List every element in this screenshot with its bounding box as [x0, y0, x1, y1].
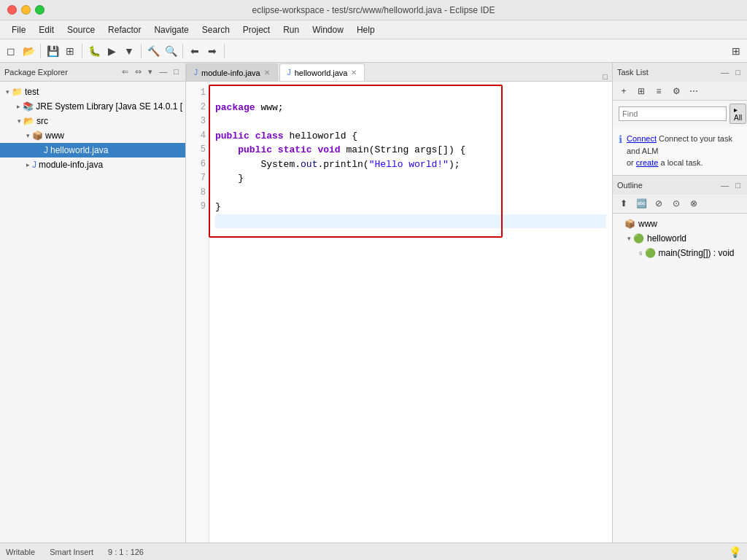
package-explorer-panel: Package Explorer ⇐ ⇔ ▾ — □ ▾ 📁 test ▸ 📚 [0, 63, 186, 542]
menu-source[interactable]: Source [61, 23, 101, 36]
outline-title: Outline [617, 181, 643, 190]
task-list-maximize[interactable]: □ [733, 67, 743, 77]
task-extra-icon[interactable]: ⋯ [686, 83, 702, 99]
outline-controls: — □ [719, 180, 743, 190]
package-explorer-header: Package Explorer ⇐ ⇔ ▾ — □ [0, 63, 185, 82]
outline-item-www[interactable]: 📦 www [613, 217, 747, 231]
outline-arrow-helloworld: ▾ [624, 235, 633, 242]
build-button[interactable]: 🔨 [145, 43, 161, 59]
ln-2: 2 [186, 101, 206, 115]
ln-9: 9 [186, 200, 206, 214]
debug-button[interactable]: 🐛 [86, 43, 102, 59]
expand-arrow-jre: ▸ [15, 103, 23, 110]
all-filter-label: All [734, 114, 742, 122]
collapse-all-icon[interactable]: ⇐ [120, 66, 131, 77]
panel-controls: ⇐ ⇔ ▾ — □ [120, 66, 181, 77]
save-all-button[interactable]: ⊞ [62, 43, 78, 59]
task-filter-icon[interactable]: ⊞ [633, 83, 649, 99]
run-config-button[interactable]: ▼ [121, 43, 137, 59]
toolbar-separator-5 [224, 44, 225, 58]
outline-item-main[interactable]: s 🟢 main(String[]) : void [613, 246, 747, 260]
forward-button[interactable]: ➡ [204, 43, 220, 59]
search-button[interactable]: 🔍 [163, 43, 179, 59]
link-editor-icon[interactable]: ⇔ [133, 66, 144, 77]
editor-maximize-icon[interactable]: □ [598, 72, 612, 81]
code-editor-container[interactable]: 1 2 3 4 5 6 7 8 9 package www; public cl… [186, 82, 612, 542]
menu-project[interactable]: Project [237, 23, 276, 36]
tree-item-www[interactable]: ▾ 📦 www [0, 128, 185, 143]
code-line-2 [215, 116, 221, 127]
all-filter-button[interactable]: ▸ All [729, 104, 746, 124]
perspective-button[interactable]: ⊞ [728, 43, 744, 59]
panel-minimize-icon[interactable]: — [157, 66, 169, 77]
src-folder-icon: 📂 [23, 116, 34, 126]
tree-item-module-info[interactable]: ▸ J module-info.java [0, 158, 185, 172]
menu-search[interactable]: Search [196, 23, 236, 36]
status-smart-insert: Smart Insert [50, 548, 93, 556]
connect-link[interactable]: Connect [627, 134, 657, 143]
tree-item-src[interactable]: ▾ 📂 src [0, 114, 185, 128]
menu-help[interactable]: Help [351, 23, 381, 36]
outline-item-helloworld[interactable]: ▾ 🟢 helloworld [613, 231, 747, 246]
mylyn-description: Connect Connect to your task and ALM or … [627, 133, 741, 169]
outline-maximize[interactable]: □ [733, 180, 743, 190]
toolbar: ◻ 📂 💾 ⊞ 🐛 ▶ ▼ 🔨 🔍 ⬅ ➡ ⊞ [0, 39, 747, 63]
create-link[interactable]: create [636, 158, 659, 167]
library-icon: 📚 [23, 101, 34, 112]
tab-module-info[interactable]: J module-info.java ✕ [186, 63, 278, 81]
task-sort-icon[interactable]: ≡ [651, 83, 667, 99]
open-button[interactable]: 📂 [20, 43, 36, 59]
back-button[interactable]: ⬅ [187, 43, 203, 59]
outline-s-badge: s [639, 249, 643, 257]
code-line-3: public class helloworld { [215, 131, 357, 141]
minimize-button[interactable] [21, 5, 31, 15]
outline-minimize[interactable]: — [719, 180, 731, 190]
run-button[interactable]: ▶ [104, 43, 120, 59]
maximize-button[interactable] [35, 5, 44, 15]
code-editor[interactable]: 1 2 3 4 5 6 7 8 9 package www; public cl… [186, 82, 612, 542]
panel-maximize-icon[interactable]: □ [171, 66, 181, 77]
code-content[interactable]: package www; public class helloworld { p… [209, 82, 612, 542]
menu-file[interactable]: File [6, 23, 31, 36]
tree-item-helloworld[interactable]: J helloworld.java [0, 143, 185, 158]
toolbar-separator-4 [182, 44, 183, 58]
tab-helloworld-close[interactable]: ✕ [351, 69, 357, 77]
project-icon: 📁 [12, 87, 23, 97]
tree-item-jre[interactable]: ▸ 📚 JRE System Library [Java SE 14.0.1 [ [0, 99, 185, 114]
menu-navigate[interactable]: Navigate [148, 23, 194, 36]
status-bar: Writable Smart Insert 9 : 1 : 126 💡 [0, 542, 747, 560]
tab-module-label: module-info.java [201, 69, 260, 77]
menu-refactor[interactable]: Refactor [102, 23, 147, 36]
tree-label-module: module-info.java [39, 160, 103, 170]
tree-label-test: test [25, 87, 39, 97]
code-line-6: } [215, 173, 244, 184]
tab-module-close[interactable]: ✕ [264, 69, 270, 77]
close-button[interactable] [7, 5, 17, 15]
code-line-8: } [215, 201, 221, 212]
task-settings-icon[interactable]: ⚙ [668, 83, 684, 99]
connect-mylyn-section: ℹ Connect Connect to your task and ALM o… [613, 127, 747, 175]
panel-menu-icon[interactable]: ▾ [146, 66, 155, 77]
tree-item-test[interactable]: ▾ 📁 test [0, 85, 185, 99]
save-button[interactable]: 💾 [44, 43, 61, 59]
outline-az-icon[interactable]: 🔤 [633, 195, 649, 211]
outline-sort-icon[interactable]: ⬆ [616, 195, 632, 211]
java-module-icon: J [32, 160, 36, 170]
task-new-icon[interactable]: + [616, 83, 632, 99]
menu-edit[interactable]: Edit [33, 23, 60, 36]
ln-5: 5 [186, 143, 206, 158]
tree-label-jre: JRE System Library [Java SE 14.0.1 [ [36, 101, 182, 112]
task-search-input[interactable] [619, 106, 727, 121]
menu-window[interactable]: Window [306, 23, 349, 36]
outline-filter2-icon[interactable]: ⊙ [668, 195, 684, 211]
window-controls[interactable] [7, 5, 44, 15]
outline-filter1-icon[interactable]: ⊘ [651, 195, 667, 211]
new-button[interactable]: ◻ [3, 43, 19, 59]
menu-run[interactable]: Run [277, 23, 305, 36]
task-list-title: Task List [617, 68, 649, 77]
outline-filter3-icon[interactable]: ⊗ [686, 195, 702, 211]
package-icon: 📦 [32, 131, 43, 141]
tab-helloworld[interactable]: J helloworld.java ✕ [279, 63, 365, 81]
task-list-minimize[interactable]: — [719, 67, 731, 77]
tree-label-www: www [45, 131, 64, 141]
